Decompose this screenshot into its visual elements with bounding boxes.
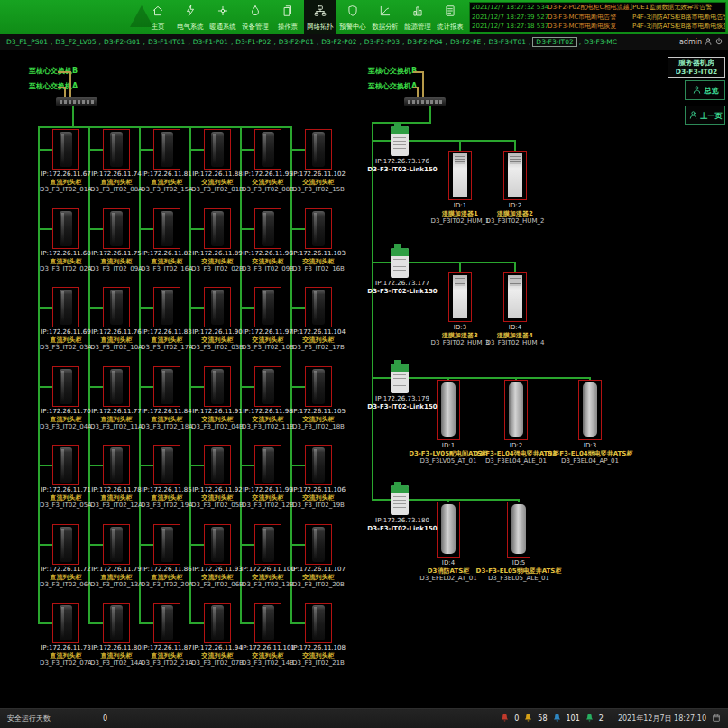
- rack-node[interactable]: [103, 445, 130, 485]
- rack-code: D3_F3_IT02_07B: [189, 659, 246, 668]
- rack-graphic: [312, 447, 325, 483]
- rack-node[interactable]: [254, 287, 281, 327]
- rack-node[interactable]: [204, 445, 231, 485]
- rack-node[interactable]: [153, 208, 180, 249]
- tab-D3_F2_LV05[interactable]: D3_F2_LV05: [54, 38, 97, 46]
- tab-D3-F2-P04[interactable]: D3-F2-P04: [406, 38, 443, 46]
- nav-item-network-topology[interactable]: 网络拓扑: [304, 0, 336, 34]
- humidifier-device[interactable]: [503, 272, 527, 322]
- rack-node[interactable]: [305, 287, 332, 327]
- nav-item-hvac[interactable]: 暖通系统: [207, 0, 239, 34]
- tab-D3-F2-P03[interactable]: D3-F2-P03: [364, 38, 401, 46]
- nav-item-device-mgmt[interactable]: 设备管理: [239, 0, 272, 34]
- rack-ip: IP:172.26.11.69: [37, 328, 95, 336]
- humidifier-device[interactable]: [503, 151, 527, 200]
- tab-D3_F1_PS01[interactable]: D3_F1_PS01: [5, 38, 49, 46]
- nav-item-alert-center[interactable]: 预警中心: [336, 0, 369, 34]
- nav-item-electrical[interactable]: 电气系统: [174, 0, 207, 34]
- tab-D3-F1-P01[interactable]: D3-F1-P01: [192, 38, 229, 46]
- rack-node[interactable]: [254, 208, 281, 249]
- rack-node[interactable]: [52, 603, 79, 643]
- rack-node[interactable]: [52, 524, 79, 565]
- rack-node[interactable]: [103, 524, 130, 565]
- rack-node[interactable]: [204, 208, 231, 249]
- rack-node[interactable]: [52, 287, 79, 327]
- rack-node[interactable]: [52, 445, 79, 485]
- rack-code: D3_F3_IT02_05A: [37, 502, 95, 510]
- rack-node[interactable]: [103, 603, 130, 643]
- rack-label: IP:172.26.11.89交流列头柜D3_F3_IT02_02B: [189, 250, 246, 273]
- tab-D3-F2-G01[interactable]: D3-F2-G01: [103, 38, 142, 46]
- rack-code: D3_F3_IT02_07A: [37, 659, 95, 668]
- ticker-row[interactable]: 2021/12/7 18:27:18 537D3-F3-MC市电断电恢复P4F-…: [472, 22, 726, 32]
- tab-D3-F2-P02[interactable]: D3-F2-P02: [320, 38, 357, 46]
- nav-item-tickets[interactable]: 操作票: [272, 0, 304, 34]
- rack-node[interactable]: [254, 603, 281, 643]
- rack-node[interactable]: [204, 603, 231, 643]
- rack-node[interactable]: [305, 208, 332, 249]
- tab-D3-F1-IT01[interactable]: D3-F1-IT01: [147, 38, 186, 46]
- ticker-row[interactable]: 2021/12/7 18:27:39 527D3-F3-MC市电断电告警P4F-…: [472, 13, 726, 23]
- nav-label: 网络拓扑: [307, 22, 333, 31]
- rack-node[interactable]: [254, 129, 281, 170]
- rack-type: 交流列头柜: [290, 652, 347, 660]
- rack-node[interactable]: [153, 366, 180, 407]
- rack-node[interactable]: [52, 366, 79, 407]
- user-icon[interactable]: [704, 37, 713, 48]
- rack-node[interactable]: [103, 208, 130, 249]
- rack-node[interactable]: [254, 366, 281, 407]
- gateway-link150[interactable]: [391, 485, 409, 515]
- nav-item-reports[interactable]: 统计报表: [434, 0, 466, 34]
- tab-D3-F3-IT02[interactable]: D3-F3-IT02: [532, 37, 576, 47]
- rack-node[interactable]: [52, 208, 79, 249]
- calendar-icon[interactable]: [712, 714, 721, 724]
- rack-node[interactable]: [204, 287, 231, 327]
- rack-node[interactable]: [103, 366, 130, 407]
- tab-D3-F2-PE[interactable]: D3-F2-PE: [449, 38, 482, 46]
- tab-D3-F3-MC[interactable]: D3-F3-MC: [583, 38, 618, 46]
- rack-node[interactable]: [52, 129, 79, 170]
- gateway-link150[interactable]: [391, 364, 409, 393]
- rack-node[interactable]: [103, 287, 130, 327]
- overview-button[interactable]: 总览: [685, 80, 725, 100]
- rack-node[interactable]: [305, 129, 332, 170]
- power-icon[interactable]: [714, 37, 723, 48]
- nav-item-energy-mgmt[interactable]: 能源管理: [401, 0, 434, 34]
- rack-node[interactable]: [153, 524, 180, 565]
- nav-item-data-analysis[interactable]: 数据分析: [369, 0, 401, 34]
- rack-node[interactable]: [153, 287, 180, 327]
- nav-item-home[interactable]: 主页: [142, 0, 174, 34]
- ticker-row[interactable]: 2021/12/7 18:27:32 534D3-F2-P02配电柜C相电流越上…: [472, 3, 726, 13]
- rack-node[interactable]: [254, 445, 281, 485]
- rack-node[interactable]: [254, 524, 281, 565]
- tab-D3-F3-IT01[interactable]: D3-F3-IT01: [488, 38, 527, 46]
- rack-ip: IP:172.26.11.79: [88, 566, 145, 574]
- rack-code: D3_F3_IT02_20B: [290, 581, 347, 589]
- rack-node[interactable]: [305, 524, 332, 565]
- topology-line: [189, 622, 204, 624]
- network-switch[interactable]: [56, 97, 97, 106]
- gateway-link150[interactable]: [391, 126, 409, 156]
- rack-node[interactable]: [153, 445, 180, 485]
- alarm-ticker[interactable]: 2021/12/7 18:27:32 534D3-F2-P02配电柜C相电流越上…: [469, 2, 726, 32]
- ats-cabinet-device[interactable]: [504, 380, 528, 440]
- rack-node[interactable]: [103, 129, 130, 170]
- prev-page-button[interactable]: 上一页: [685, 106, 725, 125]
- rack-graphic: [262, 527, 274, 562]
- rack-node[interactable]: [305, 445, 332, 485]
- rack-node[interactable]: [153, 603, 180, 643]
- rack-node[interactable]: [153, 129, 180, 170]
- rack-node[interactable]: [305, 366, 332, 407]
- ats-cabinet-device[interactable]: [507, 502, 530, 558]
- rack-node[interactable]: [204, 524, 231, 565]
- network-switch[interactable]: [404, 97, 446, 106]
- rack-graphic: [161, 369, 173, 404]
- tab-D3-F2-P01[interactable]: D3-F2-P01: [278, 38, 315, 46]
- gateway-link150[interactable]: [391, 248, 409, 278]
- rack-node[interactable]: [305, 603, 332, 643]
- rack-node[interactable]: [204, 366, 231, 407]
- rack-node[interactable]: [204, 129, 231, 170]
- tab-D3-F1-P02[interactable]: D3-F1-P02: [235, 38, 272, 46]
- rack-type: 直流列头柜: [37, 652, 95, 660]
- ats-cabinet-device[interactable]: [578, 380, 602, 440]
